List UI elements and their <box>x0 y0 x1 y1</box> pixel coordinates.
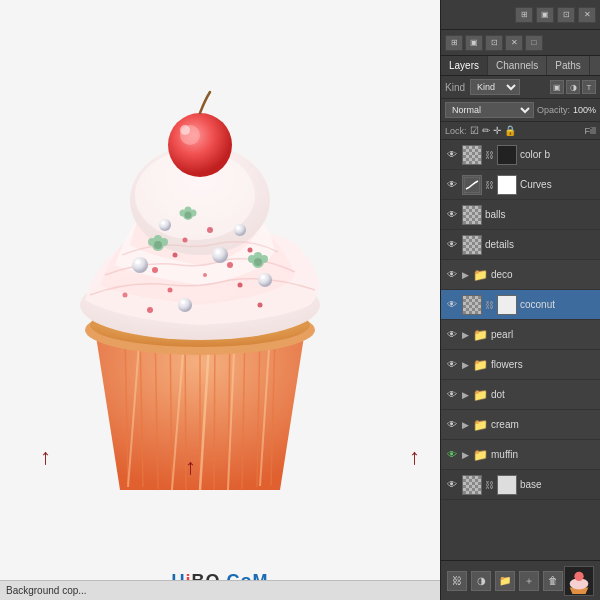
layer-name-curves: Curves <box>520 179 596 190</box>
tab-channels[interactable]: Channels <box>488 56 547 75</box>
layer-base[interactable]: 👁 ⛓ base <box>441 470 600 500</box>
svg-point-36 <box>181 300 185 304</box>
bottom-bar: ⛓ ◑ 📁 ＋ 🗑 <box>441 560 600 600</box>
svg-point-43 <box>234 224 246 236</box>
folder-icon-deco: 📁 <box>473 268 488 282</box>
kind-icon-pixel[interactable]: ▣ <box>550 80 564 94</box>
toolbar2: ⊞ ▣ ⊡ ✕ □ <box>441 30 600 56</box>
layer-mask-base <box>497 475 517 495</box>
eye-icon-base[interactable]: 👁 <box>445 478 459 492</box>
layer-curves[interactable]: 👁 ⛓ Curves <box>441 170 600 200</box>
svg-point-59 <box>185 212 192 219</box>
layer-name-deco: deco <box>491 269 596 280</box>
toolbar2-icon-1[interactable]: ⊞ <box>445 35 463 51</box>
kind-select[interactable]: Kind <box>470 79 520 95</box>
layer-name-cream: cream <box>491 419 596 430</box>
link-button[interactable]: ⛓ <box>447 571 467 591</box>
svg-point-24 <box>248 248 253 253</box>
svg-point-62 <box>180 125 190 135</box>
folder-icon-cream: 📁 <box>473 418 488 432</box>
eye-icon-color-b[interactable]: 👁 <box>445 148 459 162</box>
toolbar-icon-1[interactable]: ⊞ <box>515 7 533 23</box>
svg-point-49 <box>154 241 162 249</box>
lock-icon-move[interactable]: ✛ <box>493 125 501 136</box>
link-icon-coconut: ⛓ <box>485 300 494 310</box>
toolbar-icon-2[interactable]: ▣ <box>536 7 554 23</box>
svg-point-54 <box>254 258 262 266</box>
folder-icon-dot: 📁 <box>473 388 488 402</box>
toolbar2-icon-5[interactable]: □ <box>525 35 543 51</box>
add-layer-button[interactable]: ＋ <box>519 571 539 591</box>
toolbar-icon-4[interactable]: ✕ <box>578 7 596 23</box>
lock-icons: ☑ ✏ ✛ 🔒 <box>470 125 516 136</box>
delete-layer-button[interactable]: 🗑 <box>543 571 563 591</box>
canvas-area: ↑ ↑ ↑ UjBQ.CoM Background cop... <box>0 0 440 600</box>
folder-icon-pearl: 📁 <box>473 328 488 342</box>
status-text: Background cop... <box>6 585 87 596</box>
layer-flowers[interactable]: 👁 ▶ 📁 flowers <box>441 350 600 380</box>
layer-details[interactable]: 👁 details <box>441 230 600 260</box>
lock-icon-lock[interactable]: 🔒 <box>504 125 516 136</box>
toolbar2-icon-3[interactable]: ⊡ <box>485 35 503 51</box>
layers-list: 👁 ⛓ color b 👁 ⛓ Curves 👁 <box>441 140 600 560</box>
svg-point-60 <box>168 113 232 177</box>
folder-arrow-cream: ▶ <box>462 420 469 430</box>
eye-icon-coconut[interactable]: 👁 <box>445 298 459 312</box>
svg-point-37 <box>212 247 228 263</box>
tab-layers[interactable]: Layers <box>441 56 488 75</box>
eye-icon-flowers[interactable]: 👁 <box>445 358 459 372</box>
folder-arrow-muffin: ▶ <box>462 450 469 460</box>
toolbar-icon-3[interactable]: ⊡ <box>557 7 575 23</box>
layer-cream[interactable]: 👁 ▶ 📁 cream <box>441 410 600 440</box>
adjustment-button[interactable]: ◑ <box>471 571 491 591</box>
layer-thumb-curves <box>462 175 482 195</box>
eye-icon-pearl[interactable]: 👁 <box>445 328 459 342</box>
layer-coconut[interactable]: 👁 ⛓ coconut <box>441 290 600 320</box>
opacity-label: Opacity: <box>537 105 570 115</box>
svg-point-41 <box>159 219 171 231</box>
layer-dot[interactable]: 👁 ▶ 📁 dot <box>441 380 600 410</box>
eye-icon-details[interactable]: 👁 <box>445 238 459 252</box>
eye-icon-curves[interactable]: 👁 <box>445 178 459 192</box>
svg-point-21 <box>152 267 158 273</box>
eye-icon-balls[interactable]: 👁 <box>445 208 459 222</box>
layer-name-muffin: muffin <box>491 449 596 460</box>
top-toolbar: ⊞ ▣ ⊡ ✕ <box>441 0 600 30</box>
svg-point-28 <box>238 283 243 288</box>
eye-icon-dot[interactable]: 👁 <box>445 388 459 402</box>
kind-row: Kind Kind ▣ ◑ T <box>441 76 600 99</box>
kind-icons: ▣ ◑ T <box>550 80 596 94</box>
layer-mask-color-b <box>497 145 517 165</box>
layer-thumb-details <box>462 235 482 255</box>
toolbar2-icon-2[interactable]: ▣ <box>465 35 483 51</box>
svg-point-44 <box>236 226 240 230</box>
kind-icon-adjust[interactable]: ◑ <box>566 80 580 94</box>
lock-icon-brush[interactable]: ✏ <box>482 125 490 136</box>
blend-mode-select[interactable]: Normal <box>445 102 534 118</box>
svg-point-22 <box>173 253 178 258</box>
lock-icon-check[interactable]: ☑ <box>470 125 479 136</box>
layer-name-flowers: flowers <box>491 359 596 370</box>
link-icon-curves: ⛓ <box>485 180 494 190</box>
layer-pearl[interactable]: 👁 ▶ 📁 pearl <box>441 320 600 350</box>
arrow-center: ↑ <box>185 454 196 480</box>
eye-icon-cream[interactable]: 👁 <box>445 418 459 432</box>
toolbar2-icon-4[interactable]: ✕ <box>505 35 523 51</box>
svg-point-25 <box>183 238 188 243</box>
layer-muffin[interactable]: 👁 ▶ 📁 muffin <box>441 440 600 470</box>
layer-name-details: details <box>485 239 596 250</box>
arrow-right: ↑ <box>409 444 420 470</box>
layer-color-b[interactable]: 👁 ⛓ color b <box>441 140 600 170</box>
bottom-icons: ⛓ ◑ 📁 ＋ 🗑 <box>447 571 563 591</box>
layer-name-base: base <box>520 479 596 490</box>
kind-icon-type[interactable]: T <box>582 80 596 94</box>
eye-icon-deco[interactable]: 👁 <box>445 268 459 282</box>
layer-deco[interactable]: 👁 ▶ 📁 deco <box>441 260 600 290</box>
folder-button[interactable]: 📁 <box>495 571 515 591</box>
tab-paths[interactable]: Paths <box>547 56 590 75</box>
opacity-value: 100% <box>573 105 596 115</box>
eye-icon-muffin[interactable]: 👁 <box>445 448 459 462</box>
layer-balls[interactable]: 👁 balls <box>441 200 600 230</box>
svg-point-34 <box>136 260 141 265</box>
layer-name-color-b: color b <box>520 149 596 160</box>
